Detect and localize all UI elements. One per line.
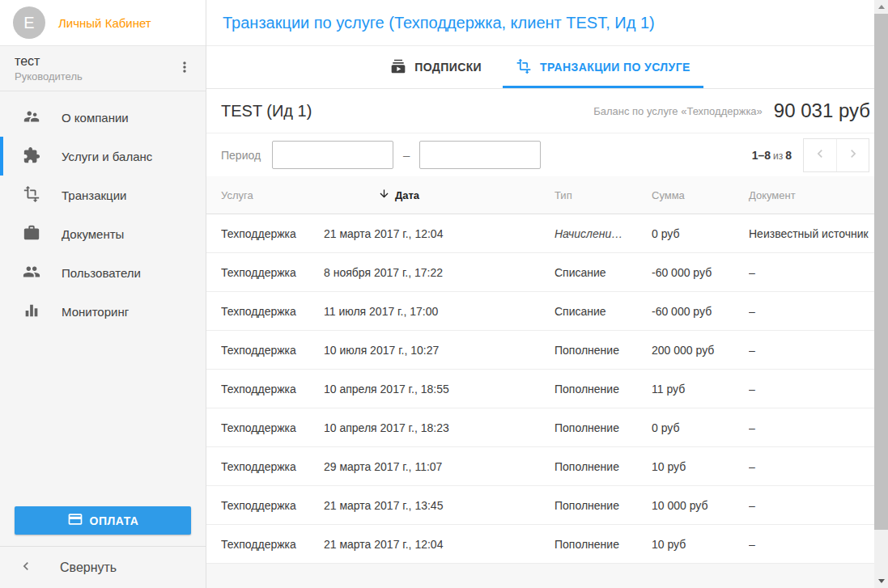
period-from-input[interactable] bbox=[272, 141, 393, 169]
column-header-document[interactable]: Документ bbox=[749, 189, 874, 201]
chevron-right-icon bbox=[845, 146, 861, 164]
column-header-amount[interactable]: Сумма bbox=[652, 189, 749, 201]
cell-amount: 0 руб bbox=[652, 227, 749, 240]
page-title: Транзакции по услуге (Техподдержка, клие… bbox=[223, 14, 655, 32]
cell-date: 8 ноября 2017 г., 17:22 bbox=[324, 266, 554, 279]
table-footer bbox=[206, 564, 888, 588]
puzzle-icon bbox=[23, 146, 40, 167]
sidebar: E Личный Кабинет тест Руководитель О ком… bbox=[0, 0, 206, 588]
chevron-left-icon bbox=[812, 146, 828, 164]
sidebar-item-monitoring[interactable]: Мониторинг bbox=[0, 292, 206, 331]
cell-type: Пополнение bbox=[554, 460, 652, 473]
sidebar-item-label: Мониторинг bbox=[62, 305, 129, 319]
table-row: Техподдержка29 марта 2017 г., 11:07Попол… bbox=[206, 447, 888, 486]
title-bar: Транзакции по услуге (Техподдержка, клие… bbox=[206, 0, 888, 46]
collapse-label: Свернуть bbox=[60, 561, 117, 575]
cell-amount: 11 руб bbox=[652, 383, 749, 396]
cell-amount: -60 000 руб bbox=[652, 266, 749, 279]
pagination-text: 1–8из8 bbox=[752, 149, 792, 162]
tab-subscriptions[interactable]: ПОДПИСКИ bbox=[377, 46, 495, 88]
main-content: Транзакции по услуге (Техподдержка, клие… bbox=[206, 0, 888, 588]
cell-date: 10 апреля 2017 г., 18:55 bbox=[324, 383, 554, 396]
cell-service: Техподдержка bbox=[221, 305, 324, 318]
cell-service: Техподдержка bbox=[221, 266, 324, 279]
scroll-up-button[interactable] bbox=[874, 0, 888, 14]
cell-service: Техподдержка bbox=[221, 460, 324, 473]
summary-bar: TEST (Ид 1) Баланс по услуге «Техподдерж… bbox=[206, 89, 888, 133]
table-row: Техподдержка21 марта 2017 г., 13:45Попол… bbox=[206, 486, 888, 525]
prev-page-button[interactable] bbox=[804, 139, 836, 171]
cell-date: 21 марта 2017 г., 13:45 bbox=[324, 499, 554, 512]
transactions-icon bbox=[516, 58, 532, 77]
triangle-up-icon bbox=[878, 5, 885, 9]
filter-bar: Период – 1–8из8 bbox=[206, 133, 888, 176]
sidebar-item-label: Документы bbox=[62, 227, 124, 241]
user-name: тест bbox=[15, 54, 173, 69]
table-row: Техподдержка10 апреля 2017 г., 18:55Попо… bbox=[206, 370, 888, 408]
sort-desc-icon bbox=[378, 188, 390, 202]
cell-date: 10 апреля 2017 г., 18:23 bbox=[324, 421, 554, 434]
user-role: Руководитель bbox=[15, 70, 173, 82]
sidebar-item-documents[interactable]: Документы bbox=[0, 214, 206, 253]
cell-service: Техподдержка bbox=[221, 421, 324, 434]
balance-value: 90 031 руб bbox=[774, 99, 870, 122]
subscriptions-icon bbox=[390, 58, 406, 77]
table-body: Техподдержка21 марта 2017 г., 12:04Начис… bbox=[206, 214, 888, 564]
sidebar-item-label: Услуги и баланс bbox=[62, 150, 152, 163]
next-page-button[interactable] bbox=[836, 139, 869, 171]
brand-title: Личный Кабинет bbox=[58, 16, 151, 30]
pay-button-label: ОПЛАТА bbox=[90, 514, 139, 527]
table-row: Техподдержка10 апреля 2017 г., 18:23Попо… bbox=[206, 408, 888, 447]
table-header: Услуга Дата Тип Сумма Документ bbox=[206, 176, 888, 214]
company-icon bbox=[23, 108, 40, 128]
cell-document: Неизвестный источник bbox=[749, 227, 888, 240]
cell-date: 11 июля 2017 г., 17:00 bbox=[324, 305, 554, 318]
cell-document: – bbox=[749, 383, 888, 396]
cell-type: Списание bbox=[554, 266, 652, 279]
cell-type: Пополнение bbox=[554, 383, 652, 396]
sidebar-nav: О компании Услуги и баланс Транзакции До… bbox=[0, 91, 206, 331]
sidebar-item-label: Транзакции bbox=[62, 188, 126, 202]
pay-button[interactable]: ОПЛАТА bbox=[15, 506, 191, 535]
user-menu-button[interactable] bbox=[173, 57, 196, 80]
cell-type: Начислени… bbox=[554, 227, 652, 240]
cell-type: Пополнение bbox=[554, 538, 652, 551]
column-header-date[interactable]: Дата bbox=[378, 188, 609, 202]
sidebar-item-company[interactable]: О компании bbox=[0, 98, 206, 137]
cell-type: Списание bbox=[554, 305, 652, 318]
cell-service: Техподдержка bbox=[221, 344, 324, 357]
sidebar-item-transactions[interactable]: Транзакции bbox=[0, 176, 206, 214]
scrollbar-thumb[interactable] bbox=[874, 14, 888, 530]
cell-document: – bbox=[749, 266, 888, 279]
cell-document: – bbox=[749, 344, 888, 357]
more-vert-icon bbox=[176, 59, 193, 78]
briefcase-icon bbox=[23, 224, 40, 244]
sidebar-item-users[interactable]: Пользователи bbox=[0, 253, 206, 292]
tab-label: ТРАНЗАКЦИИ ПО УСЛУГЕ bbox=[540, 61, 690, 74]
pager bbox=[803, 138, 869, 172]
table-row: Техподдержка8 ноября 2017 г., 17:22Списа… bbox=[206, 253, 888, 292]
collapse-sidebar-button[interactable]: Свернуть bbox=[0, 546, 206, 588]
cell-amount: 10 руб bbox=[652, 460, 749, 473]
tabs-bar: ПОДПИСКИ ТРАНЗАКЦИИ ПО УСЛУГЕ bbox=[206, 46, 888, 89]
cell-date: 21 марта 2017 г., 12:04 bbox=[324, 538, 554, 551]
cell-amount: 10 000 руб bbox=[652, 499, 749, 512]
cell-type: Пополнение bbox=[554, 344, 652, 357]
cell-document: – bbox=[749, 421, 888, 434]
table-row: Техподдержка21 марта 2017 г., 12:04Начис… bbox=[206, 214, 888, 253]
cell-date: 21 марта 2017 г., 12:04 bbox=[324, 227, 554, 240]
sidebar-item-services-balance[interactable]: Услуги и баланс bbox=[0, 137, 206, 176]
period-to-input[interactable] bbox=[419, 141, 541, 169]
tab-label: ПОДПИСКИ bbox=[414, 61, 482, 74]
table-row: Техподдержка21 марта 2017 г., 12:04Попол… bbox=[206, 525, 888, 564]
column-header-service[interactable]: Услуга bbox=[221, 189, 324, 201]
scroll-down-button[interactable] bbox=[874, 574, 888, 588]
avatar[interactable]: E bbox=[13, 6, 45, 39]
period-label: Период bbox=[221, 149, 261, 162]
sidebar-item-label: О компании bbox=[62, 111, 129, 125]
chevron-left-icon bbox=[18, 558, 34, 577]
cell-date: 10 июля 2017 г., 10:27 bbox=[324, 344, 554, 357]
balance-label: Баланс по услуге «Техподдержка» bbox=[593, 105, 763, 117]
table-row: Техподдержка10 июля 2017 г., 10:27Пополн… bbox=[206, 331, 888, 370]
tab-service-transactions[interactable]: ТРАНЗАКЦИИ ПО УСЛУГЕ bbox=[503, 46, 703, 88]
